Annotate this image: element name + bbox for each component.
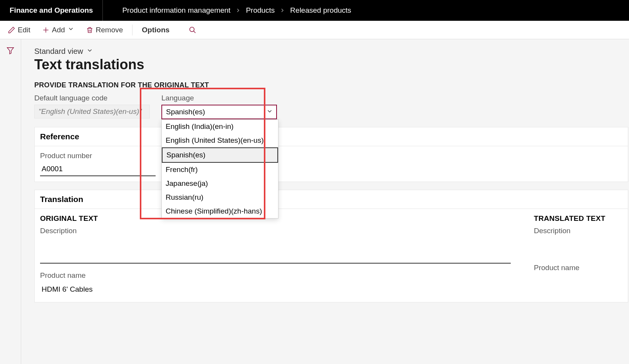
original-description-value xyxy=(40,237,511,264)
trash-icon xyxy=(86,26,94,34)
breadcrumb: Product information management Products … xyxy=(103,6,351,15)
language-dropdown-menu: English (India)(en-in) English (United S… xyxy=(161,119,278,219)
reference-header[interactable]: Reference xyxy=(35,127,628,146)
chevron-right-icon xyxy=(279,7,285,13)
translated-text-column: TRANSLATED TEXT Description Product name xyxy=(534,214,622,297)
view-selector[interactable]: Standard view xyxy=(34,47,93,56)
breadcrumb-item-released[interactable]: Released products xyxy=(290,6,351,15)
original-product-name-label: Product name xyxy=(40,271,511,280)
filter-icon[interactable] xyxy=(6,46,15,56)
product-number-input[interactable] xyxy=(40,162,156,176)
language-option[interactable]: Japanese(ja) xyxy=(162,177,278,190)
language-selected-value: Spanish(es) xyxy=(166,108,205,116)
chevron-right-icon xyxy=(235,7,241,13)
reference-panel: Reference Product number xyxy=(34,127,628,182)
original-product-name-value: HDMI 6' Cables xyxy=(40,282,511,297)
page-title: Text translations xyxy=(34,57,629,73)
default-language-value: "English (United States)(en-us)" xyxy=(34,105,150,119)
edit-button[interactable]: Edit xyxy=(4,23,34,37)
svg-marker-6 xyxy=(7,48,14,54)
add-label: Add xyxy=(52,26,65,34)
language-option[interactable]: Russian(ru) xyxy=(162,190,278,204)
action-separator xyxy=(132,25,133,35)
breadcrumb-item-module[interactable]: Product information management xyxy=(122,6,230,15)
language-option[interactable]: English (United States)(en-us) xyxy=(162,134,278,147)
plus-icon xyxy=(42,26,50,34)
translation-header[interactable]: Translation xyxy=(35,190,628,209)
search-icon xyxy=(189,26,196,34)
options-label: Options xyxy=(142,26,169,34)
search-button[interactable] xyxy=(185,24,200,36)
translated-product-name-label: Product name xyxy=(534,264,622,272)
pencil-icon xyxy=(8,26,15,34)
language-field: Language Spanish(es) English (India)(en-… xyxy=(161,94,277,119)
svg-line-5 xyxy=(194,31,196,33)
language-input[interactable]: Spanish(es) xyxy=(161,105,277,119)
add-button[interactable]: Add xyxy=(38,23,78,37)
view-selector-label: Standard view xyxy=(34,47,83,56)
left-rail xyxy=(0,39,21,364)
product-number-label: Product number xyxy=(40,152,622,160)
content: Standard view Text translations PROVIDE … xyxy=(21,39,629,364)
options-button[interactable]: Options xyxy=(138,23,173,37)
section-title: PROVIDE TRANSLATION FOR THE ORIGINAL TEX… xyxy=(34,81,629,89)
language-option[interactable]: English (India)(en-in) xyxy=(162,120,278,134)
edit-label: Edit xyxy=(18,26,30,34)
language-option-selected[interactable]: Spanish(es) xyxy=(162,147,278,163)
remove-button[interactable]: Remove xyxy=(82,23,127,37)
chevron-down-icon xyxy=(67,25,74,34)
language-option[interactable]: French(fr) xyxy=(162,163,278,177)
translation-panel: Translation ORIGINAL TEXT Description Pr… xyxy=(34,190,628,302)
action-bar: Edit Add Remove Options xyxy=(0,21,629,39)
translated-description-label: Description xyxy=(534,227,622,235)
remove-label: Remove xyxy=(96,26,123,34)
original-description-label: Description xyxy=(40,227,511,235)
top-header: Finance and Operations Product informati… xyxy=(0,0,629,21)
app-title: Finance and Operations xyxy=(0,0,103,21)
translated-text-title: TRANSLATED TEXT xyxy=(534,214,622,223)
language-dropdown[interactable]: Spanish(es) English (India)(en-in) Engli… xyxy=(161,105,277,119)
default-language-field: Default language code "English (United S… xyxy=(34,94,150,119)
language-form-row: Default language code "English (United S… xyxy=(34,94,629,119)
chevron-down-icon xyxy=(86,47,93,56)
default-language-label: Default language code xyxy=(34,94,150,102)
svg-point-4 xyxy=(190,27,195,32)
language-label: Language xyxy=(161,94,277,102)
original-text-column: ORIGINAL TEXT Description Product name H… xyxy=(40,214,511,297)
language-option[interactable]: Chinese (Simplified)(zh-hans) xyxy=(162,204,278,218)
breadcrumb-item-products[interactable]: Products xyxy=(246,6,275,15)
